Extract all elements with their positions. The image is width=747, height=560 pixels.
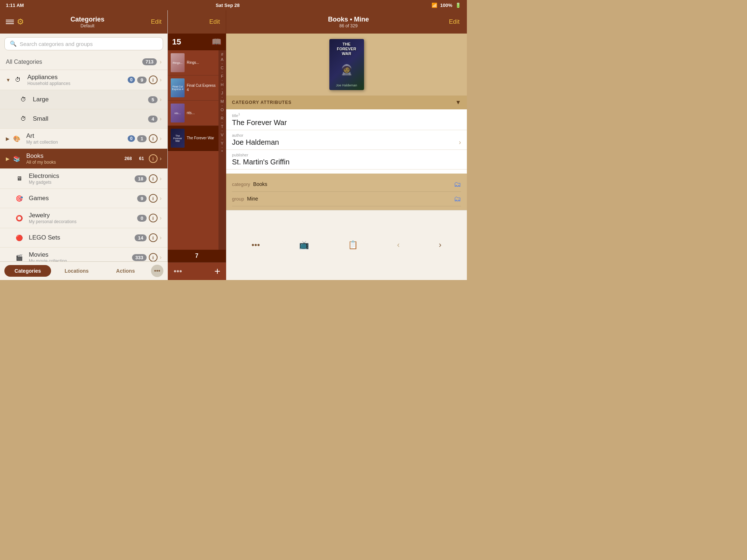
games-info: Games xyxy=(29,195,137,202)
art-icon: 🎨 xyxy=(11,133,23,144)
lego-info-btn[interactable]: i xyxy=(149,233,158,242)
category-appliances[interactable]: ▼ ⏱ Appliances Household appliances 0 9 … xyxy=(0,70,167,90)
jewelry-chevron: › xyxy=(160,215,162,221)
publisher-field-label: publisher xyxy=(232,153,461,157)
alpha-f[interactable]: F xyxy=(221,74,224,79)
tab-actions[interactable]: Actions xyxy=(102,265,149,277)
right-copy-icon[interactable]: 📋 xyxy=(348,240,358,250)
alpha-y[interactable]: Y xyxy=(221,141,223,146)
gear-icon[interactable]: ⚙ xyxy=(17,17,24,27)
book-cover: THEFOREVERWAR 🧑‍🚀 Joe Haldeman xyxy=(329,39,364,90)
right-tv-icon[interactable]: 📺 xyxy=(299,240,309,250)
categories-edit-button[interactable]: Edit xyxy=(151,18,162,26)
art-sub: My art collection xyxy=(26,140,128,145)
jewelry-info-btn[interactable]: i xyxy=(149,214,158,222)
appliances-info-btn[interactable]: i xyxy=(149,75,158,84)
alpha-hash[interactable]: # xyxy=(221,52,223,57)
lego-info: LEGO Sets xyxy=(29,234,135,241)
group-folder-icon[interactable]: 🗂 xyxy=(454,195,461,203)
meta-category-value: Books xyxy=(253,181,267,187)
electronics-chevron: › xyxy=(160,175,162,182)
list-item[interactable]: nts... nts... xyxy=(168,101,218,126)
large-badge: 5 xyxy=(148,96,157,103)
alpha-dot2: • xyxy=(222,70,223,74)
alpha-o[interactable]: O xyxy=(221,107,224,112)
category-lego[interactable]: 🔴 LEGO Sets 14 i › xyxy=(0,228,167,248)
title-value: The Forever War xyxy=(232,118,461,127)
alpha-m[interactable]: M xyxy=(220,99,224,104)
meta-group-label: group xyxy=(232,196,244,202)
movies-icon: 🎬 xyxy=(13,252,25,261)
category-folder-icon[interactable]: 🗂 xyxy=(454,180,461,188)
movies-sub: My movie collection xyxy=(29,258,132,261)
alpha-h[interactable]: H xyxy=(221,82,224,87)
alpha-dot7: • xyxy=(222,112,223,116)
alpha-j[interactable]: J xyxy=(221,90,223,96)
category-movies[interactable]: 🎬 Movies My movie collection 333 i › xyxy=(0,248,167,261)
alpha-index: # A • C • F • H • J • M • O • R • T • V xyxy=(218,50,226,250)
list-item[interactable]: Rings... Rings... xyxy=(168,50,218,75)
right-back-icon[interactable]: ‹ xyxy=(397,240,399,250)
attr-row-title: title1 The Forever War xyxy=(226,109,467,130)
right-forward-icon[interactable]: › xyxy=(439,240,441,250)
all-categories-chevron: › xyxy=(160,59,162,65)
search-input[interactable]: 🔍 Search categories and groups xyxy=(4,37,163,50)
right-more-icon[interactable]: ••• xyxy=(252,240,260,250)
art-info: Art My art collection xyxy=(26,132,128,145)
lego-chevron: › xyxy=(160,234,162,241)
mid-more-icon[interactable]: ••• xyxy=(174,267,182,276)
category-art[interactable]: ▶ 🎨 Art My art collection 0 1 i › xyxy=(0,129,167,149)
publisher-value: St. Martin's Griffin xyxy=(232,158,461,166)
category-attributes-header: CATEGORY ATTRIBUTES ▼ xyxy=(226,96,467,109)
list-item[interactable]: Final Cut Express 4 Final Cut Express 4 xyxy=(168,75,218,101)
attr-row-genre[interactable]: genre Science Fiction & Fantasy › xyxy=(226,170,467,174)
meta-category-label: category xyxy=(232,182,250,187)
right-subtitle: 86 of 329 xyxy=(328,23,369,28)
alpha-c[interactable]: C xyxy=(221,65,224,70)
movies-info-btn[interactable]: i xyxy=(149,253,158,261)
category-small[interactable]: ⏱ Small 4 › xyxy=(0,109,167,129)
category-jewelry[interactable]: ⭕ Jewelry My personal decorations 0 i › xyxy=(0,208,167,228)
alpha-star[interactable]: * xyxy=(221,149,223,154)
mid-tab-bar: ••• + xyxy=(168,262,226,280)
category-games[interactable]: 🎯 Games 9 i › xyxy=(0,189,167,208)
book-title-label-2: Final Cut Express 4 xyxy=(187,83,216,92)
books-info-btn[interactable]: i xyxy=(149,154,158,163)
electronics-info-btn[interactable]: i xyxy=(149,174,158,183)
electronics-info: Electronics My gadgets xyxy=(29,172,135,185)
more-count-indicator: 7 xyxy=(168,250,226,262)
large-right: 5 › xyxy=(148,96,162,103)
list-item[interactable]: The Forever War The Forever War xyxy=(168,126,218,151)
jewelry-right: 0 i › xyxy=(137,214,162,222)
all-categories-label: All Categories xyxy=(6,59,42,65)
appliances-icon: ⏱ xyxy=(12,74,24,86)
tab-locations[interactable]: Locations xyxy=(53,265,100,277)
jewelry-name: Jewelry xyxy=(29,212,137,219)
category-books[interactable]: ▶ 📚 Books All of my books 268 61 i › xyxy=(0,149,167,169)
mid-add-button[interactable]: + xyxy=(214,265,220,277)
book-thumb-label-3: nts... xyxy=(174,112,181,115)
electronics-sub: My gadgets xyxy=(29,180,135,185)
more-button[interactable]: ••• xyxy=(151,265,163,277)
book-thumb: Rings... xyxy=(171,53,185,72)
category-large[interactable]: ⏱ Large 5 › xyxy=(0,90,167,109)
category-electronics[interactable]: 🖥 Electronics My gadgets 18 i › xyxy=(0,169,167,189)
games-info-btn[interactable]: i xyxy=(149,194,158,203)
lego-icon: 🔴 xyxy=(13,232,25,244)
games-badge: 9 xyxy=(137,195,146,202)
cat-attr-chevron[interactable]: ▼ xyxy=(455,99,461,106)
middle-edit-button[interactable]: Edit xyxy=(209,18,220,26)
attr-row-author[interactable]: author Joe Haldeman › xyxy=(226,130,467,150)
menu-icon[interactable] xyxy=(6,20,14,24)
alpha-v[interactable]: V xyxy=(221,132,223,137)
alpha-a[interactable]: A xyxy=(221,57,223,62)
all-categories-row[interactable]: All Categories 713 › xyxy=(0,54,167,70)
right-header: Books • Mine 86 of 329 Edit xyxy=(226,10,467,34)
alpha-r[interactable]: R xyxy=(221,116,224,121)
tab-categories[interactable]: Categories xyxy=(4,265,51,277)
right-edit-button[interactable]: Edit xyxy=(449,18,460,26)
small-icon: ⏱ xyxy=(18,113,29,125)
attributes-list: title1 The Forever War author Joe Haldem… xyxy=(226,109,467,174)
art-info-btn[interactable]: i xyxy=(149,134,158,143)
alpha-t[interactable]: T xyxy=(221,124,224,129)
